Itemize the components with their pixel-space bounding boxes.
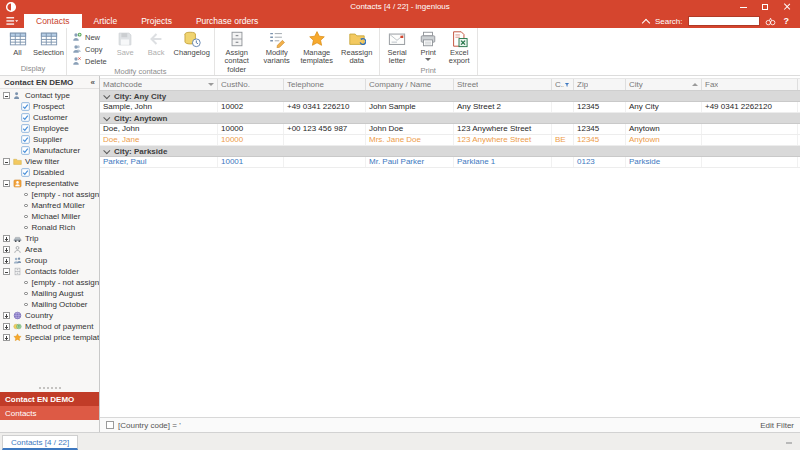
tree-item-manufacturer[interactable]: Manufacturer bbox=[0, 145, 99, 156]
column-label: City bbox=[629, 80, 643, 89]
minimize-button[interactable] bbox=[732, 0, 754, 14]
tree-item-trip[interactable]: Trip bbox=[0, 233, 99, 244]
tree-item-mailing-august[interactable]: Mailing August bbox=[0, 288, 99, 299]
tree-item-employee[interactable]: Employee bbox=[0, 123, 99, 134]
group-row-city-any-city[interactable]: City: Any City bbox=[100, 91, 800, 102]
group-collapse-icon[interactable] bbox=[103, 147, 110, 154]
checkbox-checked-icon[interactable] bbox=[21, 102, 30, 111]
collapse-icon[interactable] bbox=[3, 268, 10, 275]
table-row[interactable]: Parker, Paul10001Mr. Paul ParkerParklane… bbox=[100, 157, 800, 168]
panel-bar-contact-en-demo[interactable]: Contact EN DEMO bbox=[0, 392, 99, 406]
collapse-sidebar-button[interactable]: « bbox=[91, 78, 95, 87]
tree-item-representative[interactable]: Representative bbox=[0, 178, 99, 189]
help-button[interactable]: ? bbox=[781, 16, 793, 26]
checkbox-checked-icon[interactable] bbox=[21, 113, 30, 122]
tab-purchase-orders[interactable]: Purchase orders bbox=[184, 14, 270, 28]
column-header-telephone[interactable]: Telephone bbox=[284, 79, 366, 90]
column-header-company-name[interactable]: Company / Name bbox=[366, 79, 454, 90]
checkbox-checked-icon[interactable] bbox=[21, 124, 30, 133]
tree-item-special-price-templates[interactable]: Special price templates bbox=[0, 332, 99, 343]
column-header-fax[interactable]: Fax bbox=[702, 79, 798, 90]
column-label: C... bbox=[555, 80, 564, 89]
tree-item-empty-not-assigned[interactable]: [empty - not assigned] bbox=[0, 277, 99, 288]
tree-item-supplier[interactable]: Supplier bbox=[0, 134, 99, 145]
print-button[interactable]: Print bbox=[413, 29, 444, 61]
tree-item-mailing-october[interactable]: Mailing October bbox=[0, 299, 99, 310]
tree-item-contact-type[interactable]: Contact type bbox=[0, 90, 99, 101]
collapse-ribbon-icon[interactable] bbox=[643, 18, 650, 25]
copy-button[interactable]: Copy bbox=[69, 43, 110, 55]
tree-item-view-filter[interactable]: View filter bbox=[0, 156, 99, 167]
group-row-city-anytown[interactable]: City: Anytown bbox=[100, 113, 800, 124]
all-button[interactable]: All bbox=[2, 29, 33, 57]
column-header-custno[interactable]: CustNo. bbox=[218, 79, 284, 90]
group-collapse-icon[interactable] bbox=[103, 114, 110, 121]
excel-export-button[interactable]: Excel export bbox=[444, 29, 475, 66]
expand-icon[interactable] bbox=[3, 246, 10, 253]
assign-contact-folder-button[interactable]: Assign contact folder bbox=[217, 29, 257, 74]
collapse-icon[interactable] bbox=[3, 180, 10, 187]
tree-item-ronald-rich[interactable]: Ronald Rich bbox=[0, 222, 99, 233]
reassign-data-button[interactable]: Reassign data bbox=[337, 29, 377, 66]
selection-button[interactable]: Selection bbox=[33, 29, 64, 57]
delete-button[interactable]: Delete bbox=[69, 55, 110, 67]
cell-c bbox=[552, 102, 574, 112]
back-icon bbox=[147, 30, 165, 48]
tree-item-empty-not-assigned[interactable]: [empty - not assigned] bbox=[0, 189, 99, 200]
advanced-search-icon[interactable] bbox=[765, 16, 776, 27]
expand-icon[interactable] bbox=[3, 323, 10, 330]
collapse-icon[interactable] bbox=[3, 158, 10, 165]
tree-item-country[interactable]: Country bbox=[0, 310, 99, 321]
changelog-button[interactable]: Changelog bbox=[172, 29, 212, 57]
tree-item-prospect[interactable]: Prospect bbox=[0, 101, 99, 112]
cell-custno: 10002 bbox=[218, 102, 284, 112]
tab-contacts[interactable]: Contacts bbox=[24, 14, 82, 28]
group-collapse-icon[interactable] bbox=[103, 92, 110, 99]
tree-item-michael-miller[interactable]: Michael Miller bbox=[0, 211, 99, 222]
search-input[interactable] bbox=[688, 16, 760, 26]
table-row[interactable]: Doe, John10000+00 123 456 987John Doe123… bbox=[100, 124, 800, 135]
tree-item-label: Prospect bbox=[33, 102, 65, 111]
expand-icon[interactable] bbox=[3, 257, 10, 264]
tab-article[interactable]: Article bbox=[82, 14, 130, 28]
edit-filter-link[interactable]: Edit Filter bbox=[760, 421, 794, 430]
tree-item-method-of-payment[interactable]: Method of payment bbox=[0, 321, 99, 332]
column-header-zip[interactable]: Zip bbox=[574, 79, 626, 90]
tree-item-contacts-folder[interactable]: Contacts folder bbox=[0, 266, 99, 277]
table-row[interactable]: Sample, John10002+49 0341 226210John Sam… bbox=[100, 102, 800, 113]
expand-icon[interactable] bbox=[3, 312, 10, 319]
filter-checkbox[interactable] bbox=[106, 421, 114, 429]
excel-icon bbox=[450, 30, 468, 48]
group-row-city-parkside[interactable]: City: Parkside bbox=[100, 146, 800, 157]
column-header-street[interactable]: Street bbox=[454, 79, 552, 90]
tree-item-area[interactable]: Area bbox=[0, 244, 99, 255]
new-button[interactable]: New bbox=[69, 31, 110, 43]
collapse-icon[interactable] bbox=[3, 92, 10, 99]
column-header-city[interactable]: City bbox=[626, 79, 702, 90]
tree-item-group[interactable]: Group bbox=[0, 255, 99, 266]
tree-item-manfred-m-ller[interactable]: Manfred Müller bbox=[0, 200, 99, 211]
window-controls bbox=[732, 0, 798, 14]
tree-item-label: Area bbox=[25, 245, 42, 254]
expand-icon[interactable] bbox=[3, 235, 10, 242]
splitter-grip[interactable] bbox=[39, 387, 61, 390]
tree-item-label: Mailing August bbox=[32, 289, 84, 298]
checkbox-checked-icon[interactable] bbox=[21, 168, 30, 177]
bottom-tab-contacts-4-22[interactable]: Contacts [4 / 22] bbox=[2, 435, 78, 450]
tab-projects[interactable]: Projects bbox=[129, 14, 184, 28]
column-header-matchcode[interactable]: Matchcode bbox=[100, 79, 218, 90]
maximize-button[interactable] bbox=[754, 0, 776, 14]
column-header-c[interactable]: C... bbox=[552, 79, 574, 90]
serial-letter-button[interactable]: Serial letter bbox=[382, 29, 413, 66]
menu-button[interactable] bbox=[0, 14, 24, 28]
checkbox-checked-icon[interactable] bbox=[21, 135, 30, 144]
modify-variants-button[interactable]: Modify variants bbox=[257, 29, 297, 66]
panel-bar-contacts[interactable]: Contacts bbox=[0, 406, 99, 420]
close-button[interactable] bbox=[776, 0, 798, 14]
tree-item-disabled[interactable]: Disabled bbox=[0, 167, 99, 178]
checkbox-checked-icon[interactable] bbox=[21, 146, 30, 155]
manage-templates-button[interactable]: Manage templates bbox=[297, 29, 337, 66]
tree-item-customer[interactable]: Customer bbox=[0, 112, 99, 123]
table-row[interactable]: Doe, Jane10000Mrs. Jane Doe123 Anywhere … bbox=[100, 135, 800, 146]
expand-icon[interactable] bbox=[3, 334, 10, 341]
